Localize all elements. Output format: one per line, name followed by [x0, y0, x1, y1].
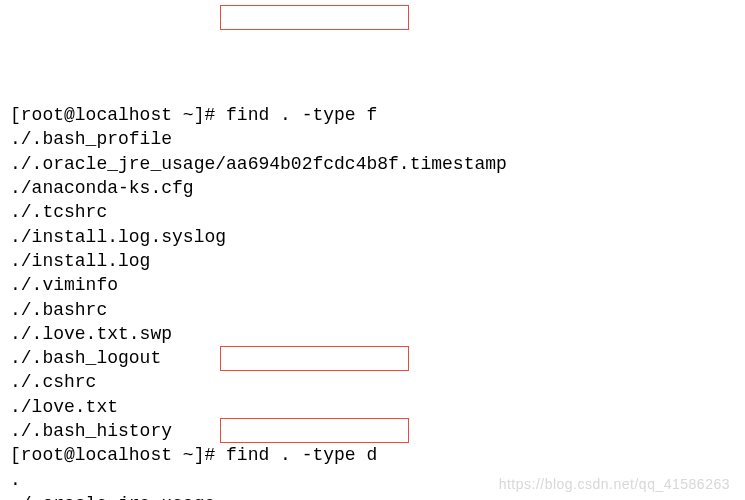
terminal-output-line: ./.viminfo — [10, 273, 735, 297]
terminal-output-line: ./.bash_history — [10, 419, 735, 443]
terminal-output-line: ./install.log — [10, 249, 735, 273]
terminal-output-line: ./love.txt — [10, 395, 735, 419]
terminal-output-line: ./.oracle_jre_usage/aa694b02fcdc4b8f.tim… — [10, 152, 735, 176]
highlight-box — [220, 5, 409, 30]
terminal-output-line: ./.love.txt.swp — [10, 322, 735, 346]
command-text: find . -type f — [226, 105, 377, 125]
terminal-output-line: ./.tcshrc — [10, 200, 735, 224]
terminal-output-line: ./.cshrc — [10, 370, 735, 394]
terminal-prompt-line: [root@localhost ~]# find . -type d — [10, 443, 735, 467]
terminal-output-line: ./.bash_logout — [10, 346, 735, 370]
terminal-prompt-line: [root@localhost ~]# find . -type f — [10, 103, 735, 127]
watermark: https://blog.csdn.net/qq_41586263 — [499, 475, 730, 494]
terminal-output-line: ./.bashrc — [10, 298, 735, 322]
terminal-output: [root@localhost ~]# find . -type f./.bas… — [10, 103, 735, 500]
shell-prompt: [root@localhost ~]# — [10, 445, 226, 465]
shell-prompt: [root@localhost ~]# — [10, 105, 226, 125]
terminal-output-line: ./anaconda-ks.cfg — [10, 176, 735, 200]
terminal-output-line: ./install.log.syslog — [10, 225, 735, 249]
command-text: find . -type d — [226, 445, 377, 465]
terminal-output-line: ./.bash_profile — [10, 127, 735, 151]
